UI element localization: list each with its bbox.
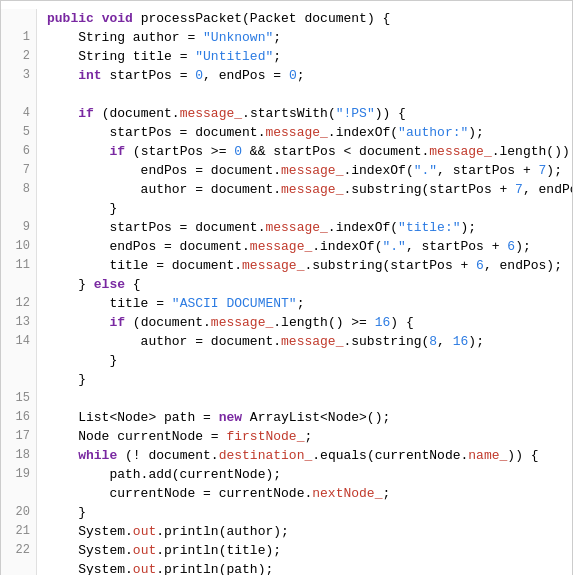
code-content: public void processPacket(Packet documen… [37, 9, 572, 575]
line-brace-1: } [47, 199, 572, 218]
line-6: if (startPos >= 0 && startPos < document… [47, 142, 572, 161]
line-21: System.out.println(title); [47, 541, 572, 560]
line-16: Node currentNode = firstNode_; [47, 427, 572, 446]
line-else: } else { [47, 275, 572, 294]
line-7: endPos = document.message_.indexOf(".", … [47, 161, 572, 180]
line-10: endPos = document.message_.indexOf(".", … [47, 237, 572, 256]
line-11: title = document.message_.substring(star… [47, 256, 572, 275]
line-3: int startPos = 0, endPos = 0; [47, 66, 572, 85]
line-5: startPos = document.message_.indexOf("au… [47, 123, 572, 142]
line-9: startPos = document.message_.indexOf("ti… [47, 218, 572, 237]
line-15: List<Node> path = new ArrayList<Node>(); [47, 408, 572, 427]
line-17: while (! document.destination_.equals(cu… [47, 446, 572, 465]
line-4: if (document.message_.startsWith("!PS"))… [47, 104, 572, 123]
line-header: public void processPacket(Packet documen… [47, 9, 572, 28]
line-1: String author = "Unknown"; [47, 28, 572, 47]
line-brace-3: } [47, 370, 572, 389]
line-22: System.out.println(path); [47, 560, 572, 575]
code-body: 1 2 3 4 5 6 7 8 9 10 11 12 13 14 15 16 1… [1, 1, 572, 575]
line-20: System.out.println(author); [47, 522, 572, 541]
line-brace-4: } [47, 503, 572, 522]
code-window: 1 2 3 4 5 6 7 8 9 10 11 12 13 14 15 16 1… [0, 0, 573, 575]
line-19: currentNode = currentNode.nextNode_; [47, 484, 572, 503]
line-empty-1 [47, 85, 572, 104]
line-14: author = document.message_.substring(8, … [47, 332, 572, 351]
line-8: author = document.message_.substring(sta… [47, 180, 572, 199]
line-empty-2 [47, 389, 572, 408]
line-2: String title = "Untitled"; [47, 47, 572, 66]
line-18: path.add(currentNode); [47, 465, 572, 484]
line-numbers: 1 2 3 4 5 6 7 8 9 10 11 12 13 14 15 16 1… [1, 9, 37, 575]
line-brace-2: } [47, 351, 572, 370]
line-13: if (document.message_.length() >= 16) { [47, 313, 572, 332]
line-12: title = "ASCII DOCUMENT"; [47, 294, 572, 313]
